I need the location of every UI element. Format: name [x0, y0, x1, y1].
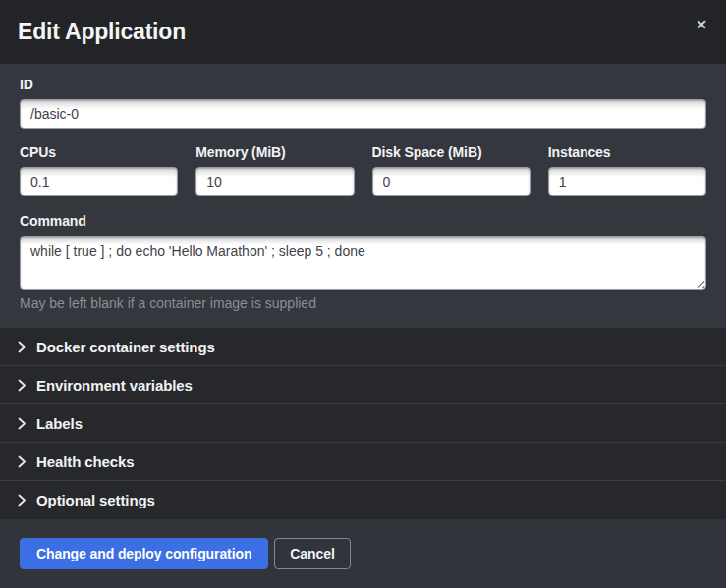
section-health-checks[interactable]: Health checks [0, 443, 726, 481]
memory-input[interactable] [195, 167, 354, 196]
close-icon[interactable]: ✕ [692, 15, 711, 34]
edit-application-form: ID CPUs Memory (MiB) Disk Space (MiB) In… [0, 64, 726, 328]
section-title: Labels [36, 415, 83, 432]
memory-field-label: Memory (MiB) [195, 144, 354, 160]
section-labels[interactable]: Labels [0, 404, 726, 443]
resources-field-row: CPUs Memory (MiB) Disk Space (MiB) Insta… [20, 144, 706, 196]
chevron-right-icon [18, 379, 27, 392]
edit-application-modal: Edit Application ✕ ID CPUs Memory (MiB) … [0, 0, 726, 588]
command-help-text: May be left blank if a container image i… [20, 295, 706, 311]
disk-space-field-label: Disk Space (MiB) [372, 144, 531, 160]
chevron-right-icon [18, 417, 27, 430]
memory-field-group: Memory (MiB) [195, 144, 354, 196]
section-title: Health checks [36, 454, 135, 470]
modal-footer: Change and deploy configuration Cancel [0, 519, 726, 588]
command-field-group: Command while [ true ] ; do echo 'Hello … [20, 213, 706, 311]
cpus-input[interactable] [20, 167, 178, 196]
accordion-sections: Docker container settings Environment va… [0, 328, 726, 519]
id-field-group: ID [20, 77, 706, 129]
cpus-field-group: CPUs [20, 144, 178, 196]
cancel-button[interactable]: Cancel [274, 538, 350, 569]
section-title: Optional settings [36, 492, 155, 508]
chevron-right-icon [18, 341, 27, 353]
section-environment-variables[interactable]: Environment variables [0, 366, 726, 404]
disk-space-input[interactable] [372, 167, 531, 196]
section-docker-container-settings[interactable]: Docker container settings [0, 328, 726, 366]
modal-header: Edit Application ✕ [0, 0, 726, 64]
chevron-right-icon [18, 455, 27, 468]
instances-input[interactable] [548, 167, 706, 196]
cpus-field-label: CPUs [20, 144, 178, 160]
disk-space-field-group: Disk Space (MiB) [372, 144, 531, 196]
command-field-label: Command [20, 213, 706, 229]
section-title: Environment variables [36, 377, 193, 394]
section-title: Docker container settings [36, 339, 215, 355]
instances-field-group: Instances [548, 144, 706, 196]
modal-title: Edit Application [18, 19, 186, 45]
command-textarea[interactable]: while [ true ] ; do echo 'Hello Marathon… [20, 236, 706, 290]
chevron-right-icon [18, 494, 27, 507]
id-input[interactable] [20, 99, 706, 129]
section-optional-settings[interactable]: Optional settings [0, 481, 726, 519]
id-field-label: ID [20, 77, 706, 92]
instances-field-label: Instances [548, 144, 706, 160]
change-and-deploy-button[interactable]: Change and deploy configuration [20, 538, 268, 569]
